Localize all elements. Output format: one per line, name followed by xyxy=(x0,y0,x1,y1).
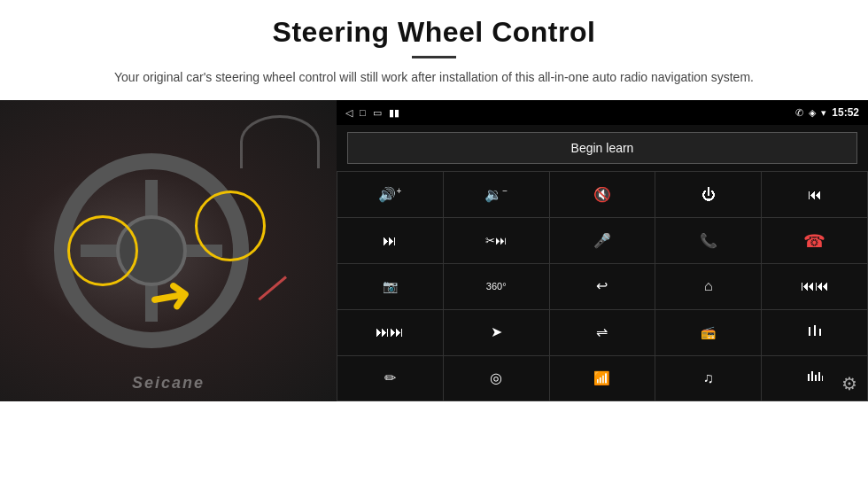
header-section: Steering Wheel Control Your original car… xyxy=(0,0,868,96)
page-container: Steering Wheel Control Your original car… xyxy=(0,0,868,482)
phone-call-icon: 📞 xyxy=(700,234,717,248)
steering-wheel-bg: ➜ Seicane xyxy=(0,100,337,401)
360-view-button[interactable]: 360° xyxy=(444,264,549,309)
mic-button[interactable]: 🎤 xyxy=(550,218,655,263)
subtitle: Your original car's steering wheel contr… xyxy=(53,67,815,87)
radio-icon: 📻 xyxy=(701,326,716,338)
fast-forward-button[interactable]: ✂⏭ xyxy=(444,218,549,263)
vol-down-icon: 🔉− xyxy=(484,187,508,202)
bluetooth-icon: 📶 xyxy=(593,371,610,385)
signal-indicator: ▮▮ xyxy=(389,107,399,119)
back-icon: ↩ xyxy=(596,279,608,293)
music-icon: ♫ xyxy=(703,371,714,385)
control-panel: ◁ □ ▭ ▮▮ ✆ ◈ ▾ 15:52 Begin learn xyxy=(337,100,868,401)
hang-up-icon: ☎ xyxy=(803,232,825,250)
arrow-container: ➜ xyxy=(148,264,192,326)
power-button[interactable]: ⏻ xyxy=(655,172,761,217)
360-view-icon: 360° xyxy=(486,282,507,292)
toggle-button[interactable]: ⇌ xyxy=(550,310,655,355)
wifi-icon: ▾ xyxy=(821,107,826,119)
svg-rect-0 xyxy=(809,327,810,336)
mic-icon: 🎤 xyxy=(593,234,611,248)
fast-forward-icon: ✂⏭ xyxy=(485,235,507,246)
recents-nav-icon[interactable]: ▭ xyxy=(373,107,382,119)
vol-up-button[interactable]: 🔊+ xyxy=(337,172,443,217)
nav-icon: ➤ xyxy=(491,325,502,339)
direction-arrow: ➜ xyxy=(143,261,197,330)
toggle-icon: ⇌ xyxy=(596,325,608,339)
vol-mute-button[interactable]: 🔇 xyxy=(550,172,655,217)
circle-icon: ◎ xyxy=(490,371,502,385)
equalizer-icon xyxy=(807,369,823,387)
photo-panel: ➜ Seicane xyxy=(0,100,337,401)
vol-down-button[interactable]: 🔉− xyxy=(444,172,549,217)
eq-icon xyxy=(807,323,823,342)
eq-button[interactable] xyxy=(762,310,867,355)
circle-highlight-right xyxy=(195,190,266,261)
circle-highlight-left xyxy=(67,215,138,286)
camera-button[interactable]: 📷 xyxy=(337,264,443,309)
bluetooth-button[interactable]: 📶 xyxy=(550,356,655,401)
vol-up-icon: 🔊+ xyxy=(378,187,401,202)
prev-track-icon: ⏮ xyxy=(808,188,822,202)
begin-learn-button[interactable]: Begin learn xyxy=(347,132,857,164)
pen-button[interactable]: ✏ xyxy=(337,356,443,401)
status-left: ◁ □ ▭ ▮▮ xyxy=(345,107,399,119)
pen-icon: ✏ xyxy=(384,371,396,385)
skip-icon: ⏭⏭ xyxy=(376,325,404,339)
radio-button[interactable]: 📻 xyxy=(655,310,761,355)
content-area: ➜ Seicane ◁ □ ▭ ▮▮ ✆ ◈ ▾ 15: xyxy=(0,100,868,401)
next-button[interactable]: ⏭ xyxy=(337,218,443,263)
settings-gear-icon[interactable]: ⚙ xyxy=(841,373,857,394)
home-nav-icon[interactable]: □ xyxy=(360,107,366,118)
home-button[interactable]: ⌂ xyxy=(655,264,761,309)
back-button[interactable]: ↩ xyxy=(550,264,655,309)
clock: 15:52 xyxy=(832,106,859,119)
gauge-needle xyxy=(258,276,287,300)
begin-learn-row: Begin learn xyxy=(337,125,868,171)
svg-rect-4 xyxy=(811,371,813,381)
svg-rect-5 xyxy=(815,375,817,381)
power-icon: ⏻ xyxy=(701,188,716,202)
skip-button[interactable]: ⏭⏭ xyxy=(337,310,443,355)
vol-mute-icon: 🔇 xyxy=(593,188,611,202)
next-icon: ⏭ xyxy=(383,234,397,248)
location-icon: ◈ xyxy=(809,107,816,119)
dashboard-gauge xyxy=(240,115,320,168)
status-bar: ◁ □ ▭ ▮▮ ✆ ◈ ▾ 15:52 xyxy=(337,100,868,125)
nav-button[interactable]: ➤ xyxy=(444,310,549,355)
svg-rect-6 xyxy=(818,372,820,381)
svg-rect-1 xyxy=(814,325,816,336)
circle-button[interactable]: ◎ xyxy=(444,356,549,401)
camera-icon: 📷 xyxy=(383,280,398,292)
music-button[interactable]: ♫ xyxy=(655,356,761,401)
prev-track-button[interactable]: ⏮ xyxy=(762,172,867,217)
phone-icon: ✆ xyxy=(795,107,803,119)
rewind-button[interactable]: ⏮⏮ xyxy=(762,264,867,309)
svg-rect-2 xyxy=(819,329,821,336)
phone-call-button[interactable]: 📞 xyxy=(655,218,761,263)
page-title: Steering Wheel Control xyxy=(53,16,815,49)
svg-rect-3 xyxy=(808,374,810,381)
home-icon: ⌂ xyxy=(704,279,713,293)
back-nav-icon[interactable]: ◁ xyxy=(345,107,353,119)
status-right: ✆ ◈ ▾ 15:52 xyxy=(795,106,859,119)
svg-rect-7 xyxy=(822,376,823,381)
watermark: Seicane xyxy=(132,374,205,393)
controls-grid: 🔊+ 🔉− 🔇 ⏻ ⏮ ⏭ ✂⏭ xyxy=(337,171,868,401)
hang-up-button[interactable]: ☎ xyxy=(762,218,867,263)
rewind-icon: ⏮⏮ xyxy=(801,279,829,293)
title-underline xyxy=(412,56,456,58)
